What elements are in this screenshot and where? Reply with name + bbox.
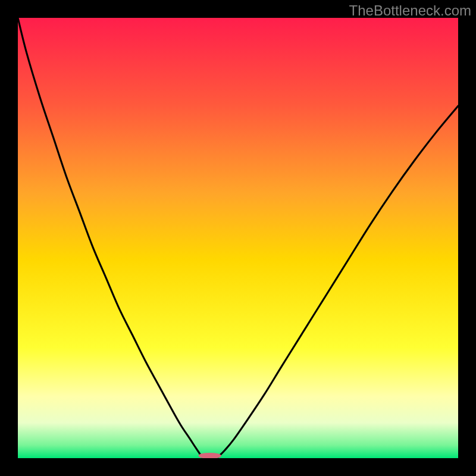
chart-container: TheBottleneck.com — [0, 0, 476, 476]
bottleneck-chart — [18, 18, 458, 458]
watermark-text: TheBottleneck.com — [349, 2, 471, 19]
gradient-rect — [18, 18, 458, 458]
